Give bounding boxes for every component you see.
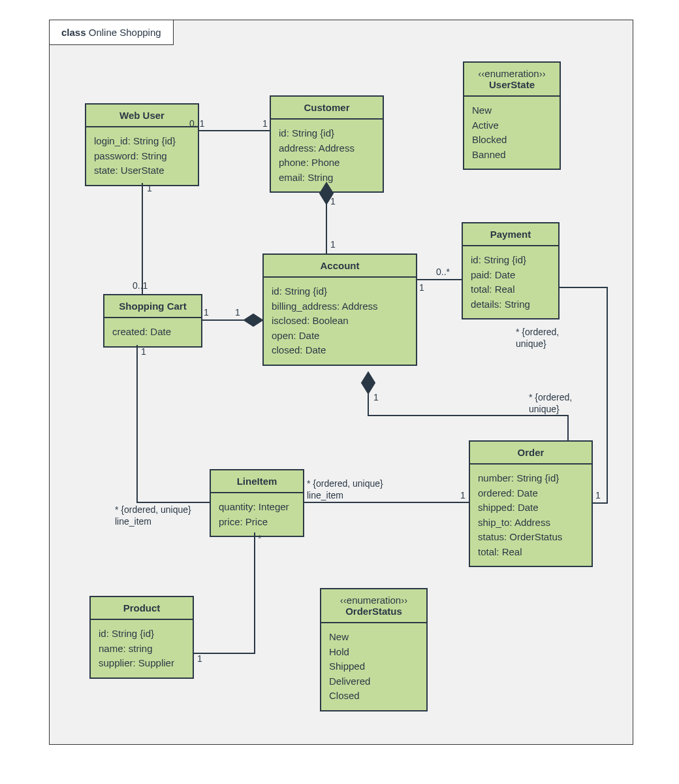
attr: state: UserState bbox=[94, 163, 190, 178]
attr: number: String {id} bbox=[478, 471, 584, 486]
stereotype: ‹‹enumeration›› bbox=[325, 595, 422, 606]
class-web-user: Web User login_id: String {id} password:… bbox=[85, 103, 199, 186]
attr: name: string bbox=[99, 642, 185, 657]
attr: billing_address: Address bbox=[272, 299, 408, 314]
attr: Shipped bbox=[329, 659, 418, 674]
attr: open: Date bbox=[272, 329, 408, 344]
attr: created: Date bbox=[112, 325, 193, 340]
class-body: id: String {id} billing_address: Address… bbox=[264, 278, 416, 365]
class-title: ‹‹enumeration›› UserState bbox=[464, 63, 560, 97]
attr: New bbox=[329, 630, 418, 645]
class-body: New Hold Shipped Delivered Closed bbox=[321, 623, 426, 710]
stereotype: ‹‹enumeration›› bbox=[468, 68, 556, 79]
class-body: id: String {id} paid: Date total: Real d… bbox=[463, 246, 558, 318]
class-shopping-cart: Shopping Cart created: Date bbox=[103, 294, 202, 348]
class-body: id: String {id} address: Address phone: … bbox=[271, 120, 383, 191]
class-customer: Customer id: String {id} address: Addres… bbox=[270, 95, 384, 193]
attr: id: String {id} bbox=[272, 284, 408, 299]
title-text: OrderStatus bbox=[345, 606, 402, 617]
class-title: LineItem bbox=[211, 470, 303, 493]
class-body: created: Date bbox=[104, 318, 201, 346]
attr: email: String bbox=[279, 171, 375, 186]
class-payment: Payment id: String {id} paid: Date total… bbox=[462, 222, 560, 319]
attr: Hold bbox=[329, 645, 418, 660]
attr: isclosed: Boolean bbox=[272, 314, 408, 329]
class-title: Product bbox=[91, 597, 193, 620]
attr: id: String {id} bbox=[471, 253, 550, 268]
class-title: Payment bbox=[463, 223, 558, 246]
frame-label: class Online Shopping bbox=[49, 20, 174, 45]
attr: password: String bbox=[94, 149, 190, 164]
class-product: Product id: String {id} name: string sup… bbox=[89, 596, 194, 679]
class-body: quantity: Integer price: Price bbox=[211, 493, 303, 536]
class-body: New Active Blocked Banned bbox=[464, 97, 560, 169]
attr: status: OrderStatus bbox=[478, 530, 584, 545]
class-title: Shopping Cart bbox=[104, 295, 201, 318]
class-title: ‹‹enumeration›› OrderStatus bbox=[321, 589, 426, 623]
enum-order-status: ‹‹enumeration›› OrderStatus New Hold Shi… bbox=[320, 588, 428, 711]
class-title: Customer bbox=[271, 97, 383, 120]
attr: Active bbox=[472, 118, 552, 133]
attr: quantity: Integer bbox=[219, 500, 295, 515]
attr: Closed bbox=[329, 689, 418, 704]
attr: address: Address bbox=[279, 141, 375, 156]
attr: id: String {id} bbox=[279, 126, 375, 141]
attr: shipped: Date bbox=[478, 500, 584, 515]
frame-kind: class bbox=[61, 27, 86, 38]
attr: New bbox=[472, 103, 552, 118]
class-body: number: String {id} ordered: Date shippe… bbox=[470, 465, 592, 566]
class-line-item: LineItem quantity: Integer price: Price bbox=[210, 469, 304, 537]
attr: supplier: Supplier bbox=[99, 656, 185, 671]
class-title: Web User bbox=[86, 105, 198, 127]
attr: total: Real bbox=[471, 282, 550, 297]
attr: phone: Phone bbox=[279, 155, 375, 171]
attr: details: String bbox=[471, 297, 550, 312]
attr: total: Real bbox=[478, 545, 584, 560]
attr: Blocked bbox=[472, 133, 552, 148]
class-account: Account id: String {id} billing_address:… bbox=[262, 253, 417, 366]
attr: price: Price bbox=[219, 515, 295, 530]
frame-name: Online Shopping bbox=[89, 27, 161, 38]
attr: Banned bbox=[472, 148, 552, 163]
class-title: Order bbox=[470, 442, 592, 465]
class-body: login_id: String {id} password: String s… bbox=[86, 127, 198, 185]
attr: login_id: String {id} bbox=[94, 134, 190, 149]
attr: ship_to: Address bbox=[478, 515, 584, 531]
enum-user-state: ‹‹enumeration›› UserState New Active Blo… bbox=[463, 61, 561, 170]
attr: ordered: Date bbox=[478, 486, 584, 501]
class-title: Account bbox=[264, 255, 416, 278]
attr: paid: Date bbox=[471, 268, 550, 283]
class-order: Order number: String {id} ordered: Date … bbox=[469, 440, 593, 567]
attr: Delivered bbox=[329, 674, 418, 689]
title-text: UserState bbox=[489, 79, 535, 90]
attr: closed: Date bbox=[272, 343, 408, 358]
diagram-canvas: class Online Shopping Web User login_id:… bbox=[0, 0, 679, 784]
attr: id: String {id} bbox=[99, 627, 185, 642]
class-body: id: String {id} name: string supplier: S… bbox=[91, 620, 193, 678]
